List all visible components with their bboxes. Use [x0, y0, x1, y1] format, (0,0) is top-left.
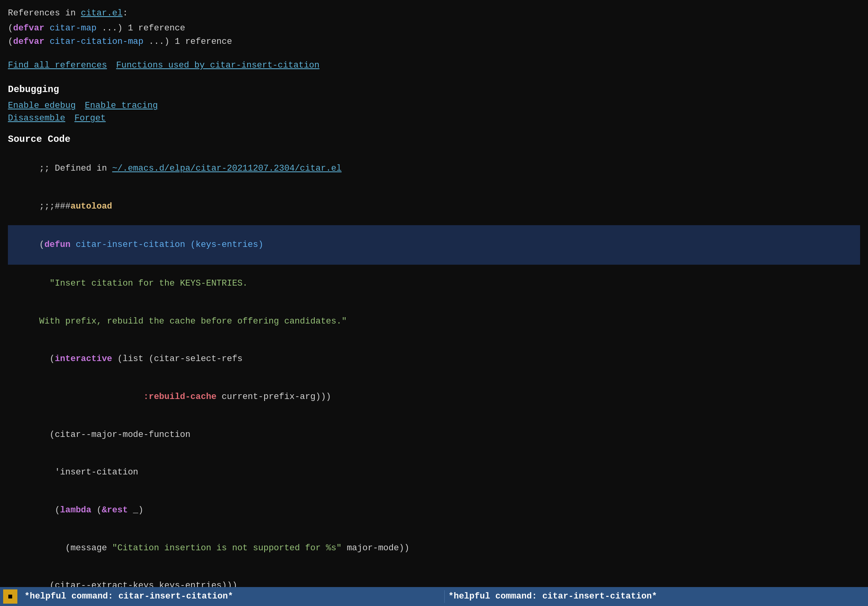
- autoload-line: ;;;###autoload: [8, 188, 860, 226]
- rebuild-cache-line: :rebuild-cache current-prefix-arg))): [8, 378, 860, 416]
- source-code-title: Source Code: [8, 133, 860, 147]
- debugging-title: Debugging: [8, 83, 860, 97]
- debug-links-row1: Enable edebug Enable tracing: [8, 100, 860, 112]
- doc-line2: With prefix, rebuild the cache before of…: [8, 303, 860, 341]
- interactive-line: (interactive (list (citar-select-refs: [8, 340, 860, 378]
- defined-in-line: ;; Defined in ~/.emacs.d/elpa/citar-2021…: [8, 150, 860, 188]
- debug-links: Enable edebug Enable tracing Disassemble…: [8, 100, 860, 125]
- autoload-prefix: ;;;###: [39, 201, 70, 211]
- doc-line1: "Insert citation for the KEYS-ENTRIES.: [8, 265, 860, 303]
- status-bar-label2: *helpful command: citar-insert-citation*: [444, 590, 868, 603]
- status-bar-icon: ■: [3, 589, 17, 604]
- lambda-line: (lambda (&rest _): [8, 491, 860, 529]
- disassemble-link[interactable]: Disassemble: [8, 113, 65, 123]
- references-section: References in citar.el: (defvar citar-ma…: [8, 7, 860, 48]
- enable-tracing-link[interactable]: Enable tracing: [85, 101, 158, 111]
- debugging-section: Debugging Enable edebug Enable tracing D…: [8, 83, 860, 125]
- ref-item-1: (defvar citar-map ...) 1 reference: [8, 22, 860, 35]
- main-content: References in citar.el: (defvar citar-ma…: [0, 0, 868, 606]
- find-all-references-link[interactable]: Find all references: [8, 60, 107, 70]
- references-suffix: :: [122, 8, 128, 18]
- source-path-link[interactable]: ~/.emacs.d/elpa/citar-20211207.2304/cita…: [112, 164, 342, 173]
- forget-link[interactable]: Forget: [74, 113, 105, 123]
- citar-el-link[interactable]: citar.el: [81, 8, 123, 18]
- source-code-section: Source Code ;; Defined in ~/.emacs.d/elp…: [8, 133, 860, 605]
- debug-links-row2: Disassemble Forget: [8, 112, 860, 125]
- message-line: (message "Citation insertion is not supp…: [8, 529, 860, 567]
- references-prefix: References in: [8, 8, 81, 18]
- defined-prefix: ;; Defined in: [39, 164, 112, 173]
- insert-citation-line: 'insert-citation: [8, 454, 860, 491]
- references-header: References in citar.el:: [8, 7, 860, 20]
- functions-used-link[interactable]: Functions used by citar-insert-citation: [116, 60, 319, 70]
- enable-edebug-link[interactable]: Enable edebug: [8, 101, 76, 111]
- defun-line: (defun citar-insert-citation (keys-entri…: [8, 225, 860, 265]
- links-row: Find all references Functions used by ci…: [8, 59, 860, 72]
- major-mode-line: (citar--major-mode-function: [8, 416, 860, 454]
- autoload-keyword: autoload: [70, 201, 112, 211]
- status-bar-label1: *helpful command: citar-insert-citation*: [21, 590, 444, 603]
- ref-item-2: (defvar citar-citation-map ...) 1 refere…: [8, 36, 860, 48]
- status-bar: ■ *helpful command: citar-insert-citatio…: [0, 587, 868, 606]
